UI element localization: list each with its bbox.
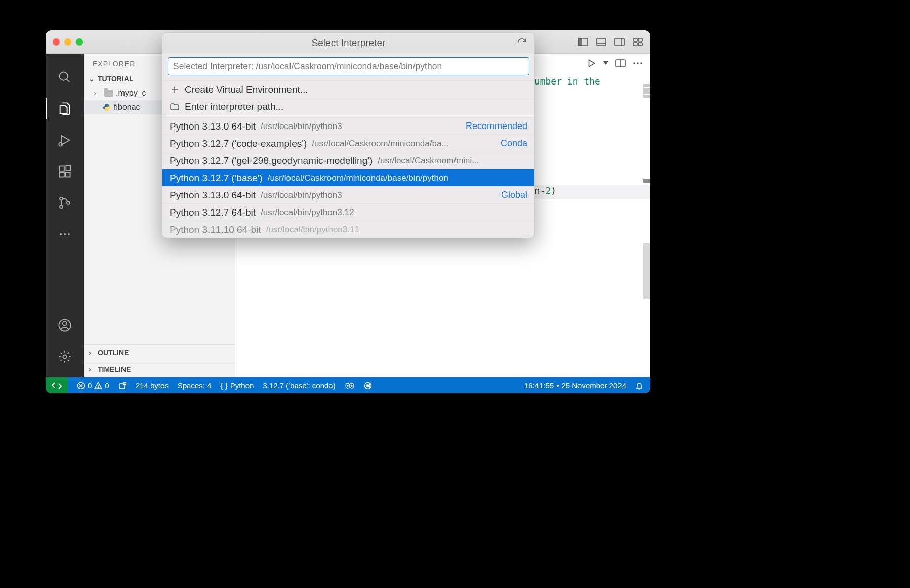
svg-point-23	[68, 233, 70, 235]
svg-point-25	[62, 321, 66, 325]
run-dropdown-icon[interactable]	[603, 58, 609, 69]
svg-point-45	[351, 385, 352, 386]
chevron-right-icon: ›	[94, 89, 101, 97]
activity-debug-icon[interactable]	[46, 124, 84, 156]
svg-rect-9	[638, 43, 642, 46]
minimize-window-button[interactable]	[64, 38, 71, 46]
quickpick-create-venv[interactable]: Create Virtual Environment...	[162, 80, 534, 98]
svg-rect-7	[638, 38, 642, 41]
traffic-lights	[53, 38, 83, 46]
folder-label: .mypy_c	[116, 89, 146, 98]
svg-point-21	[60, 233, 62, 235]
layout-primary-sidebar-icon[interactable]	[577, 36, 589, 48]
svg-point-26	[63, 355, 66, 359]
svg-point-33	[640, 62, 642, 64]
status-live-icon[interactable]	[364, 382, 372, 390]
interpreter-path-input[interactable]	[168, 57, 529, 75]
chevron-right-icon: ›	[89, 349, 96, 357]
svg-point-18	[60, 197, 63, 200]
svg-point-47	[367, 385, 369, 387]
fullscreen-window-button[interactable]	[76, 38, 83, 46]
layout-secondary-sidebar-icon[interactable]	[614, 36, 625, 48]
activity-bar	[46, 54, 84, 377]
chevron-right-icon: ›	[89, 365, 96, 373]
svg-rect-17	[66, 165, 70, 170]
layout-customize-icon[interactable]	[632, 36, 643, 48]
quickpick-item[interactable]: Python 3.13.0 64-bit /usr/local/bin/pyth…	[162, 186, 534, 203]
minimap[interactable]	[643, 84, 650, 300]
svg-point-39	[98, 387, 99, 388]
svg-rect-2	[597, 38, 606, 46]
svg-point-19	[60, 205, 63, 208]
quickpick-item[interactable]: Python 3.12.7 ('code-examples') /usr/loc…	[162, 135, 534, 152]
svg-rect-1	[578, 38, 582, 46]
status-interpreter[interactable]: 3.12.7 ('base': conda)	[263, 381, 335, 390]
quickpick-item[interactable]: Python 3.12.7 64-bit /usr/local/bin/pyth…	[162, 203, 534, 221]
status-ports[interactable]	[118, 382, 127, 390]
svg-rect-15	[59, 172, 64, 177]
close-window-button[interactable]	[53, 38, 60, 46]
python-file-icon	[103, 103, 111, 111]
layout-panel-icon[interactable]	[596, 36, 607, 48]
quickpick-select-interpreter: Select Interpreter Create Virtual Enviro…	[162, 32, 535, 238]
status-warnings: 0	[105, 381, 109, 390]
svg-point-20	[67, 201, 70, 204]
quickpick-list: Create Virtual Environment... Enter inte…	[162, 80, 534, 238]
remote-indicator[interactable]	[46, 377, 68, 393]
tag-conda: Conda	[501, 138, 527, 149]
project-name: TUTORIAL	[98, 75, 134, 83]
folder-icon	[170, 103, 180, 110]
file-label: fibonac	[114, 103, 140, 112]
refresh-icon[interactable]	[516, 37, 527, 48]
editor-more-icon[interactable]	[632, 58, 643, 69]
quickpick-title: Select Interpreter	[162, 33, 534, 53]
status-errors: 0	[88, 381, 92, 390]
activity-more-icon[interactable]	[46, 219, 84, 250]
outline-label: OUTLINE	[98, 349, 129, 357]
tag-global: Global	[501, 190, 527, 200]
outline-header[interactable]: › OUTLINE	[84, 344, 235, 361]
split-editor-icon[interactable]	[615, 58, 626, 69]
svg-rect-8	[633, 43, 637, 46]
tag-recommended: Recommended	[466, 121, 527, 132]
activity-source-control-icon[interactable]	[46, 187, 84, 219]
quickpick-item[interactable]: Python 3.11.10 64-bit /usr/local/bin/pyt…	[162, 221, 534, 238]
svg-rect-16	[65, 172, 70, 177]
svg-point-10	[59, 72, 67, 80]
run-button[interactable]	[586, 58, 597, 69]
svg-rect-4	[615, 38, 624, 46]
quickpick-item[interactable]: Python 3.12.7 ('gel-298.geodynamic-model…	[162, 152, 534, 169]
status-language[interactable]: { } Python	[220, 381, 254, 390]
svg-point-22	[64, 233, 66, 235]
activity-account-icon[interactable]	[46, 310, 84, 341]
timeline-label: TIMELINE	[98, 365, 131, 373]
quickpick-item[interactable]: Python 3.13.0 64-bit /usr/local/bin/pyth…	[162, 117, 534, 135]
svg-marker-27	[589, 60, 595, 67]
activity-settings-icon[interactable]	[46, 341, 84, 372]
status-indent[interactable]: Spaces: 4	[178, 381, 212, 390]
plus-icon	[170, 86, 180, 94]
activity-explorer-icon[interactable]	[46, 93, 84, 124]
svg-rect-14	[59, 166, 64, 171]
svg-point-44	[347, 385, 348, 386]
svg-point-31	[633, 62, 635, 64]
folder-icon	[104, 90, 113, 97]
timeline-header[interactable]: › TIMELINE	[84, 361, 235, 377]
svg-rect-6	[633, 38, 637, 41]
svg-marker-28	[603, 61, 608, 65]
svg-line-11	[66, 79, 69, 82]
status-clock[interactable]: 16:41:55 • 25 November 2024	[524, 381, 626, 390]
status-bell-icon[interactable]	[635, 382, 643, 390]
status-problems[interactable]: 0 0	[77, 381, 109, 390]
status-copilot-icon[interactable]	[345, 382, 355, 390]
braces-icon: { }	[220, 381, 227, 390]
quickpick-item-selected[interactable]: Python 3.12.7 ('base') /usr/local/Caskro…	[162, 169, 534, 186]
svg-point-32	[637, 62, 639, 64]
status-bar: 0 0 214 bytes Spaces: 4 { } Python 3.12.…	[46, 377, 650, 393]
quickpick-enter-path[interactable]: Enter interpreter path...	[162, 98, 534, 115]
activity-extensions-icon[interactable]	[46, 156, 84, 187]
status-filesize[interactable]: 214 bytes	[136, 381, 169, 390]
activity-search-icon[interactable]	[46, 62, 84, 93]
chevron-down-icon: ⌄	[89, 75, 96, 83]
